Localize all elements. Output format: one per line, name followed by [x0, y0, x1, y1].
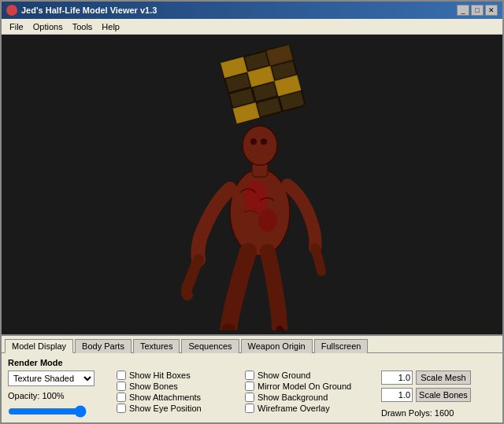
window-title: Jed's Half-Life Model Viewer v1.3	[21, 6, 457, 15]
checkbox-background: Show Background	[245, 393, 375, 402]
opacity-slider[interactable]	[8, 405, 87, 418]
checkbox-bones-input[interactable]	[117, 382, 126, 391]
scale-bones-row: Scale Bones	[381, 388, 471, 402]
tab-weapon-origin[interactable]: Weapon Origin	[241, 339, 313, 353]
opacity-label: Opacity: 100%	[8, 391, 110, 400]
tab-textures[interactable]: Textures	[133, 339, 180, 353]
menubar: File Options Tools Help	[2, 19, 502, 35]
render-mode-select[interactable]: Texture Shaded Wireframe Flat Shaded Smo…	[8, 371, 94, 386]
checkbox-wireframe-overlay-input[interactable]	[245, 404, 254, 413]
checkbox-hit-boxes: Show Hit Boxes	[117, 371, 239, 380]
checkbox-mirror-label: Mirror Model On Ground	[258, 382, 351, 391]
scale-mesh-input[interactable]	[381, 371, 413, 385]
scale-mesh-row: Scale Mesh	[381, 371, 471, 385]
controls-panel: Render Mode Texture Shaded Wireframe Fla…	[2, 353, 502, 422]
checkbox-attachments-label: Show Attachments	[129, 393, 201, 402]
left-controls: Texture Shaded Wireframe Flat Shaded Smo…	[8, 371, 110, 418]
checkbox-hit-boxes-label: Show Hit Boxes	[129, 371, 191, 380]
tab-body-parts[interactable]: Body Parts	[75, 339, 132, 353]
close-button[interactable]: ✕	[485, 5, 498, 16]
checkbox-attachments: Show Attachments	[117, 393, 239, 402]
checkbox-eye-position-label: Show Eye Position	[129, 404, 202, 413]
right-checkboxes: Show Ground Mirror Model On Ground Show …	[245, 371, 375, 413]
tab-sequences[interactable]: Sequences	[181, 339, 239, 353]
minimize-button[interactable]: _	[457, 5, 469, 16]
scale-mesh-button[interactable]: Scale Mesh	[416, 371, 471, 385]
svg-point-15	[243, 126, 277, 165]
app-icon	[6, 5, 17, 16]
checkbox-hit-boxes-input[interactable]	[117, 371, 126, 380]
maximize-button[interactable]: □	[471, 5, 484, 16]
svg-point-12	[244, 181, 268, 212]
title-buttons: _ □ ✕	[457, 5, 498, 16]
svg-point-17	[261, 138, 267, 145]
menu-help[interactable]: Help	[97, 20, 124, 33]
render-mode-select-wrap: Texture Shaded Wireframe Flat Shaded Smo…	[8, 371, 110, 386]
model-display	[2, 35, 502, 334]
scale-bones-input[interactable]	[381, 388, 413, 402]
tab-fullscreen[interactable]: Fullscreen	[314, 339, 369, 353]
checkbox-eye-position: Show Eye Position	[117, 404, 239, 413]
checkbox-background-input[interactable]	[245, 393, 254, 402]
svg-point-13	[258, 208, 277, 232]
menu-tools[interactable]: Tools	[68, 20, 98, 33]
drawn-polys-label: Drawn Polys: 1600	[381, 405, 454, 418]
scale-section: Scale Mesh Scale Bones Drawn Polys: 1600	[381, 371, 471, 418]
checkbox-attachments-input[interactable]	[117, 393, 126, 402]
checkbox-wireframe-overlay-label: Wireframe Overlay	[258, 404, 330, 413]
checkbox-background-label: Show Background	[258, 393, 328, 402]
checkbox-mirror-input[interactable]	[245, 382, 254, 391]
viewport[interactable]	[2, 35, 502, 334]
svg-point-16	[250, 138, 257, 145]
render-mode-label: Render Mode	[8, 358, 63, 367]
tabs-bar: Model Display Body Parts Textures Sequen…	[2, 336, 502, 353]
scale-bones-button[interactable]: Scale Bones	[416, 388, 471, 402]
render-mode-row: Render Mode	[8, 358, 496, 367]
title-bar: Jed's Half-Life Model Viewer v1.3 _ □ ✕	[2, 2, 502, 19]
tab-model-display[interactable]: Model Display	[5, 339, 73, 353]
checkbox-bones-label: Show Bones	[129, 382, 178, 391]
menu-file[interactable]: File	[5, 20, 28, 33]
main-window: Jed's Half-Life Model Viewer v1.3 _ □ ✕ …	[0, 0, 504, 424]
checkbox-ground-label: Show Ground	[258, 371, 310, 380]
checkbox-eye-position-input[interactable]	[117, 404, 126, 413]
bottom-panel: Model Display Body Parts Textures Sequen…	[2, 334, 502, 422]
checkbox-ground: Show Ground	[245, 371, 375, 380]
checkbox-ground-input[interactable]	[245, 371, 254, 380]
opacity-slider-row	[8, 405, 110, 418]
checkbox-bones: Show Bones	[117, 382, 239, 391]
menu-options[interactable]: Options	[28, 20, 68, 33]
checkbox-mirror: Mirror Model On Ground	[245, 382, 375, 391]
model-svg	[142, 39, 362, 330]
checkbox-wireframe-overlay: Wireframe Overlay	[245, 404, 375, 413]
mid-checkboxes: Show Hit Boxes Show Bones Show Attachmen…	[117, 371, 239, 413]
